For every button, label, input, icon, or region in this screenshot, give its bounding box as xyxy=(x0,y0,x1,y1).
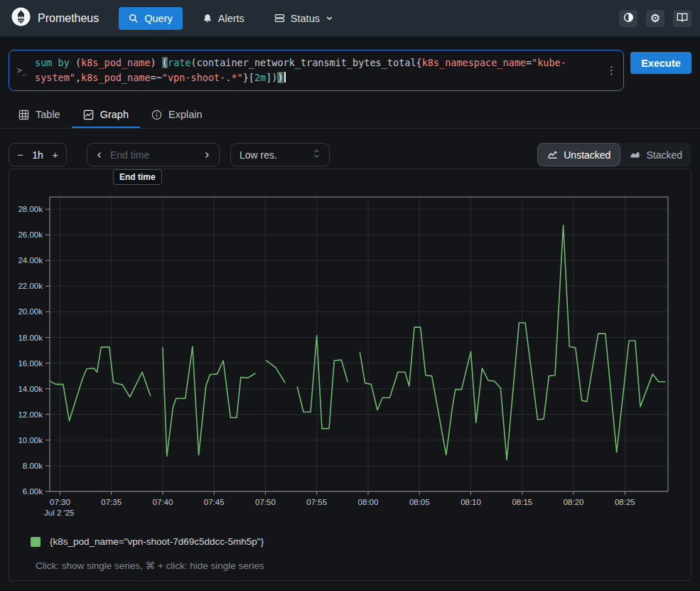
app-title: Prometheus xyxy=(38,12,99,25)
navbar: Prometheus Query Alerts xyxy=(0,0,700,36)
svg-text:07:55: 07:55 xyxy=(306,498,327,506)
svg-text:07:35: 07:35 xyxy=(101,498,122,506)
end-time-placeholder[interactable]: End time xyxy=(110,149,203,161)
svg-text:28.00k: 28.00k xyxy=(18,205,43,213)
info-icon xyxy=(151,110,162,120)
settings-button[interactable]: ⚙︎ xyxy=(646,10,664,27)
tab-graph[interactable]: Graph xyxy=(72,103,140,128)
svg-text:22.00k: 22.00k xyxy=(18,282,43,290)
contrast-icon xyxy=(623,12,634,25)
result-tabs: Table Graph Explain xyxy=(0,103,700,129)
table-icon xyxy=(18,110,29,120)
promql-expression-input[interactable]: >_ sum by (k8s_pod_name) (rate(container… xyxy=(9,50,624,91)
graph-panel: 28.00k26.00k24.00k22.00k20.00k18.00k16.0… xyxy=(9,169,691,581)
svg-text:8.00k: 8.00k xyxy=(23,462,43,470)
legend-item[interactable]: {k8s_pod_name="vpn-shoot-7d69c5ddcc-5mh5… xyxy=(31,536,691,547)
area-chart-icon xyxy=(630,149,640,161)
svg-text:08:10: 08:10 xyxy=(461,498,481,506)
chevron-down-icon xyxy=(325,14,333,22)
nav-alerts[interactable]: Alerts xyxy=(193,7,254,30)
end-time-input[interactable]: End time xyxy=(87,143,220,166)
stacking-segmented-control: Unstacked Stacked xyxy=(537,143,691,166)
time-back-button[interactable] xyxy=(95,151,104,159)
server-stack-icon xyxy=(274,13,285,23)
resolution-value: Low res. xyxy=(239,149,277,161)
tab-graph-label: Graph xyxy=(100,109,129,120)
time-series-chart[interactable]: 28.00k26.00k24.00k22.00k20.00k18.00k16.0… xyxy=(9,169,691,519)
legend-series-label: {k8s_pod_name="vpn-shoot-7d69c5ddcc-5mh5… xyxy=(50,536,264,547)
brand[interactable]: Prometheus xyxy=(11,7,99,29)
search-icon xyxy=(129,14,139,23)
svg-text:10.00k: 10.00k xyxy=(18,436,43,444)
svg-text:26.00k: 26.00k xyxy=(18,230,43,239)
tab-explain[interactable]: Explain xyxy=(140,103,214,128)
svg-text:07:50: 07:50 xyxy=(255,498,276,506)
legend-swatch xyxy=(31,537,41,547)
range-stepper[interactable]: − 1h + xyxy=(9,143,67,166)
nav-query[interactable]: Query xyxy=(119,7,183,30)
svg-text:08:25: 08:25 xyxy=(615,498,635,506)
svg-text:07:30: 07:30 xyxy=(50,498,70,506)
svg-text:07:40: 07:40 xyxy=(153,498,173,506)
svg-text:08:00: 08:00 xyxy=(358,498,379,506)
text-cursor xyxy=(284,72,286,82)
graph-controls: − 1h + End time Low res. Unstacked xyxy=(9,143,691,166)
stacked-segment[interactable]: Stacked xyxy=(620,143,691,166)
svg-text:12.00k: 12.00k xyxy=(18,410,43,419)
svg-text:18.00k: 18.00k xyxy=(18,334,43,342)
svg-text:08:20: 08:20 xyxy=(564,498,584,506)
svg-text:14.00k: 14.00k xyxy=(18,385,43,393)
tab-explain-label: Explain xyxy=(168,109,203,120)
svg-text:08:05: 08:05 xyxy=(409,498,430,506)
query-row: >_ sum by (k8s_pod_name) (rate(container… xyxy=(0,36,700,91)
graph-icon xyxy=(83,110,94,120)
prometheus-logo-icon xyxy=(11,7,31,29)
tab-table-label: Table xyxy=(36,109,60,120)
theme-toggle-button[interactable] xyxy=(619,10,637,27)
promql-line-2: system",k8s_pod_name=~"vpn-shoot-.*"}[2m… xyxy=(35,70,566,85)
range-decrease-button[interactable]: − xyxy=(17,149,23,161)
nav-alerts-label: Alerts xyxy=(218,13,244,24)
gear-icon: ⚙︎ xyxy=(650,13,660,24)
stacked-label: Stacked xyxy=(646,149,682,161)
promql-code[interactable]: sum by (k8s_pod_name) (rate(container_ne… xyxy=(35,55,566,85)
book-icon xyxy=(677,12,688,24)
execute-button[interactable]: Execute xyxy=(630,52,691,74)
svg-text:07:45: 07:45 xyxy=(204,498,225,506)
unstacked-label: Unstacked xyxy=(564,149,610,161)
tab-table[interactable]: Table xyxy=(7,103,72,128)
line-chart-icon xyxy=(547,149,558,161)
svg-text:24.00k: 24.00k xyxy=(18,256,43,265)
nav-query-label: Query xyxy=(144,13,173,24)
resolution-select[interactable]: Low res. xyxy=(230,143,330,166)
query-options-kebab-icon[interactable]: ⋮ xyxy=(606,64,617,77)
svg-text:6.00k: 6.00k xyxy=(23,487,43,496)
end-time-tooltip: End time xyxy=(113,169,162,185)
nav-status-menu[interactable]: Status xyxy=(264,7,343,30)
bell-icon xyxy=(203,14,212,23)
svg-text:16.00k: 16.00k xyxy=(18,359,43,368)
range-increase-button[interactable]: + xyxy=(52,149,58,161)
terminal-prompt-icon: >_ xyxy=(9,65,35,75)
select-caret-icon xyxy=(313,149,321,161)
time-forward-button[interactable] xyxy=(203,151,211,159)
svg-text:08:15: 08:15 xyxy=(512,498,532,506)
docs-button[interactable] xyxy=(673,10,691,27)
svg-text:Jul 2 '25: Jul 2 '25 xyxy=(44,509,74,517)
promql-line-1: sum by (k8s_pod_name) (rate(container_ne… xyxy=(35,55,566,70)
nav-status-label: Status xyxy=(291,13,320,24)
range-value[interactable]: 1h xyxy=(32,149,43,161)
legend-hint-text: Click: show single series, ⌘ + click: hi… xyxy=(36,560,691,571)
svg-text:20.00k: 20.00k xyxy=(18,307,43,316)
unstacked-segment[interactable]: Unstacked xyxy=(537,143,620,166)
